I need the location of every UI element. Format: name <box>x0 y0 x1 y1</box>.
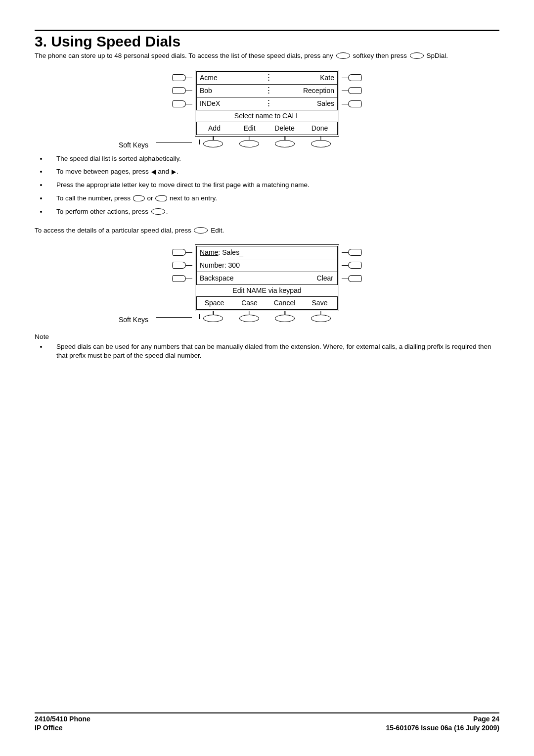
list-text: next to an entry. <box>168 194 217 202</box>
right-line-button-icon <box>133 195 145 201</box>
softkey-button-icon <box>239 315 259 322</box>
list-row: Acme ⋮ Kate <box>197 72 337 85</box>
list-text: and <box>156 168 171 175</box>
softkey-icon <box>194 227 208 234</box>
softkeys-caption: Soft Keys <box>119 141 148 149</box>
line-button-icon <box>172 74 186 81</box>
list-text: To perform other actions, press <box>56 208 150 215</box>
softkey-label: Case <box>232 299 267 307</box>
line-button-icon <box>348 100 362 107</box>
softkey-button-icon <box>275 315 295 322</box>
edit-row: Backspace Clear <box>197 272 337 284</box>
softkey-labels: Add Edit Delete Done <box>196 122 338 135</box>
line-button-icon <box>172 87 186 94</box>
page-heading: 3. Using Speed Dials <box>35 33 499 50</box>
intro-part2: softkey then press <box>351 52 409 59</box>
line-button-icon <box>348 249 362 256</box>
left-line-buttons <box>172 71 194 111</box>
intro-text: The phone can store up to 48 personal sp… <box>35 51 499 61</box>
action-label: Backspace <box>200 274 317 282</box>
softkey-buttons: Soft Keys <box>195 140 339 147</box>
screen-hint: Edit NAME via keypad <box>195 285 339 296</box>
softkeys-caption: Soft Keys <box>119 316 148 324</box>
line-button-icon <box>348 87 362 94</box>
softkey-icon <box>151 208 165 215</box>
entry-name: Sales <box>269 99 337 107</box>
softkey-label: Done <box>302 124 337 132</box>
softkey-icon <box>410 52 424 59</box>
list-text: Press the appropriate letter key to move… <box>56 181 310 189</box>
line-button-icon <box>348 74 362 81</box>
list-text: To call the number, press <box>56 194 133 202</box>
list-item: To move between pages, press and . <box>47 167 499 177</box>
softkey-button-icon <box>203 140 223 147</box>
list-text: or <box>145 194 155 202</box>
edit-row: Number: 300 <box>197 259 337 272</box>
entry-name: Bob <box>197 87 265 94</box>
field-value: Number: 300 <box>200 261 240 269</box>
entry-name: INDeX <box>197 99 265 107</box>
line-button-icon <box>172 100 186 107</box>
footer-right-2: 15-601076 Issue 06a (16 July 2009) <box>386 723 499 732</box>
softkey-button-icon <box>311 140 331 147</box>
left-line-buttons <box>172 246 194 285</box>
list-item: Speed dials can be used for any numbers … <box>47 342 499 361</box>
line-button-icon <box>172 262 186 269</box>
instruction-list: The speed dial list is sorted alphabetic… <box>35 154 499 217</box>
text-span: To access the details of a particular sp… <box>35 227 193 234</box>
list-item: To call the number, press or next to an … <box>47 194 499 203</box>
line-button-icon <box>348 262 362 269</box>
left-line-button-icon <box>155 195 167 201</box>
softkey-button-icon <box>275 140 295 147</box>
footer-left-1: 2410/5410 Phone <box>35 714 90 723</box>
softkey-button-icon <box>311 315 331 322</box>
screen-hint: Select name to CALL <box>195 110 339 121</box>
softkey-label: Add <box>197 124 232 132</box>
list-text: The speed dial list is sorted alphabetic… <box>56 155 181 162</box>
list-row: Bob ⋮ Reception <box>197 85 337 97</box>
edit-row: Name: Sales_ <box>197 246 337 259</box>
softkey-label: Save <box>302 299 337 307</box>
action-label: Clear <box>317 274 334 282</box>
note-list: Speed dials can be used for any numbers … <box>35 342 499 361</box>
field-label: Name <box>200 248 218 256</box>
list-text: To move between pages, press <box>56 168 151 175</box>
list-text: . <box>177 168 178 175</box>
line-button-icon <box>172 249 186 256</box>
right-line-buttons <box>340 71 362 111</box>
right-line-buttons <box>340 246 362 285</box>
speed-dial-list-diagram: Acme ⋮ Kate Bob ⋮ Reception INDeX ⋮ Sale… <box>138 70 396 147</box>
intro-label: SpDial. <box>425 52 448 59</box>
speed-dial-edit-diagram: Name: Sales_ Number: 300 Backspace Clear… <box>138 244 396 322</box>
list-text: . <box>166 208 168 215</box>
right-arrow-icon <box>172 170 176 175</box>
intro-part1: The phone can store up to 48 personal sp… <box>35 52 335 59</box>
softkey-label: Cancel <box>267 299 302 307</box>
softkey-label: Edit <box>232 124 267 132</box>
entry-name: Kate <box>269 74 337 82</box>
page-footer: 2410/5410 Phone Page 24 IP Office 15-601… <box>35 712 499 732</box>
softkey-labels: Space Case Cancel Save <box>196 296 338 310</box>
footer-right-1: Page 24 <box>473 714 499 723</box>
list-item: Press the appropriate letter key to move… <box>47 181 499 190</box>
list-item: The speed dial list is sorted alphabetic… <box>47 154 499 164</box>
note-heading: Note <box>35 333 499 340</box>
softkey-button-icon <box>239 140 259 147</box>
softkey-icon <box>336 52 350 59</box>
edit-access-text: To access the details of a particular sp… <box>35 226 499 236</box>
softkey-label: Space <box>197 299 232 307</box>
softkey-label: Delete <box>267 124 302 132</box>
entry-name: Reception <box>269 87 337 94</box>
entry-name: Acme <box>197 74 265 82</box>
softkey-buttons: Soft Keys <box>195 315 339 322</box>
softkey-button-icon <box>203 315 223 322</box>
list-text: Speed dials can be used for any numbers … <box>56 343 491 360</box>
line-button-icon <box>172 275 186 282</box>
list-row: INDeX ⋮ Sales <box>197 97 337 110</box>
footer-left-2: IP Office <box>35 723 63 732</box>
list-item: To perform other actions, press . <box>47 207 499 217</box>
text-span: Edit. <box>209 227 224 234</box>
field-value: : Sales_ <box>218 248 243 256</box>
left-arrow-icon <box>151 170 156 175</box>
line-button-icon <box>348 275 362 282</box>
